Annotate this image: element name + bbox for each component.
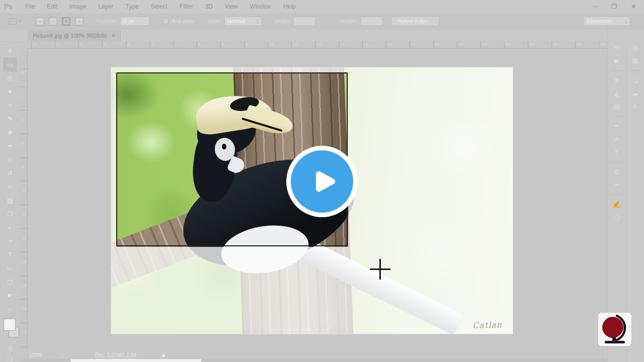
paragraph-panel-icon[interactable]: ¶ (615, 149, 619, 156)
eraser-tool-icon[interactable]: ▱ (4, 180, 17, 194)
link-dimensions-icon[interactable]: ⇄ (323, 18, 327, 25)
video-play-button[interactable] (286, 146, 358, 217)
feather-input[interactable]: 0 px (120, 17, 149, 26)
status-expand-icon[interactable]: ▶ (163, 353, 166, 358)
3d-panel-icon[interactable]: ⬡ (614, 214, 619, 221)
history-panel-icon[interactable]: ⟲ (614, 44, 620, 51)
vertical-ruler-label: 20 (22, 307, 26, 311)
magic-wand-tool-icon[interactable]: ✴ (4, 85, 17, 99)
photoshop-window: Ps FileEditImageLayerTypeSelectFilter3DV… (0, 0, 644, 362)
options-bar: ▾ Feather: 0 px Anti-alias Style: Normal… (0, 13, 644, 30)
scrollbar-thumb[interactable] (70, 359, 201, 362)
horizontal-ruler[interactable]: 1086420246810121416182022242628303234363… (27, 41, 608, 49)
crop-tool-icon[interactable]: ⌗ (4, 99, 17, 112)
zoom-tool-icon[interactable]: ⌕ (4, 302, 17, 316)
panel-divider (629, 70, 641, 71)
blur-tool-icon[interactable]: ❍ (4, 207, 17, 221)
styles-panel-icon[interactable]: ▤ (614, 103, 620, 110)
restore-icon[interactable]: ❐ (611, 3, 617, 10)
vertical-ruler[interactable]: 0246810121416182022 (20, 48, 28, 350)
masks-panel-icon[interactable]: ◭ (614, 90, 619, 97)
zoom-level-field[interactable]: 100% (29, 352, 42, 358)
menu-item-file[interactable]: File (19, 3, 41, 10)
anti-alias-checkbox[interactable] (163, 18, 169, 24)
gradient-tool-icon[interactable]: ▨ (4, 194, 17, 207)
mini-bridge-panel-icon[interactable]: ◍ (632, 44, 638, 51)
menu-item-3d[interactable]: 3D (199, 3, 218, 10)
channel-logo (598, 313, 631, 346)
clone-source-panel-icon[interactable]: ⧉ (614, 168, 619, 175)
character-panel-icon[interactable]: A (615, 136, 619, 143)
path-selection-tool-icon[interactable]: ▻ (4, 261, 17, 275)
screen-mode-button[interactable]: ❏ (4, 354, 17, 362)
horizontal-ruler-label: 2 (175, 42, 177, 47)
menu-item-view[interactable]: View (219, 3, 244, 10)
type-tool-icon[interactable]: T (4, 248, 17, 261)
horizontal-ruler-label: 24 (435, 42, 439, 47)
clone-stamp-tool-icon[interactable]: ⊙ (4, 153, 17, 166)
menu-item-help[interactable]: Help (277, 3, 302, 10)
menu-item-window[interactable]: Window (244, 3, 278, 10)
rectangular-marquee-tool-icon[interactable]: ▭ (4, 58, 17, 71)
intersect-selection-icon[interactable] (75, 17, 84, 26)
eyedropper-tool-icon[interactable]: ✎ (4, 112, 17, 126)
lasso-tool-icon[interactable]: ✇ (4, 71, 17, 85)
refine-edge-button[interactable]: Refine Edge... (391, 16, 439, 26)
measurement-panel-icon[interactable]: ✂ (614, 182, 620, 189)
selection-mode-group (36, 17, 84, 26)
deselected-overlay (111, 247, 513, 334)
style-select[interactable]: Normal ▴▾ (224, 17, 262, 26)
menu-item-type[interactable]: Type (119, 3, 144, 10)
select-arrows-icon: ▴▾ (625, 18, 627, 25)
dodge-tool-icon[interactable]: ◐ (4, 221, 17, 234)
menu-item-image[interactable]: Image (63, 3, 92, 10)
current-tool-preset[interactable]: ▾ (9, 18, 21, 25)
workspace-select[interactable]: Essentials ▴▾ (584, 17, 630, 26)
notes-panel-icon[interactable]: ✍ (613, 201, 621, 208)
close-icon[interactable]: ✕ (631, 3, 636, 10)
subtract-from-selection-icon[interactable] (62, 17, 70, 26)
quick-mask-button[interactable]: ◎ (4, 342, 17, 354)
panel-divider (611, 195, 623, 195)
globe-icon (598, 313, 631, 346)
feather-label: Feather: (97, 18, 117, 24)
page-icon: ▯ (61, 352, 64, 358)
history-brush-tool-icon[interactable]: ↺ (4, 166, 17, 180)
brush-tool-icon[interactable]: ✒ (4, 139, 17, 153)
pen-tool-icon[interactable]: ✑ (4, 234, 17, 248)
foreground-color-swatch[interactable] (4, 319, 16, 331)
layers-panel-icon[interactable]: ❏ (632, 77, 638, 84)
new-selection-icon[interactable] (36, 17, 44, 26)
brush-presets-panel-icon[interactable]: ✒ (614, 123, 620, 130)
photo-watermark: Catlan (472, 320, 503, 330)
actions-panel-icon[interactable]: ▶ (614, 57, 619, 64)
height-input[interactable] (361, 17, 383, 26)
width-input[interactable] (293, 17, 315, 26)
horizontal-ruler-label: 10 (33, 42, 37, 47)
histogram-panel-icon[interactable]: ▦ (632, 57, 638, 64)
vertical-ruler-label: 6 (22, 141, 24, 146)
horizontal-ruler-label: 18 (364, 42, 368, 47)
play-icon (291, 150, 353, 213)
minimize-icon[interactable]: – (594, 3, 597, 10)
menu-item-filter[interactable]: Filter (174, 3, 199, 10)
tab-close-icon[interactable]: × (112, 32, 115, 39)
paths-panel-icon[interactable]: ⋔ (632, 103, 638, 110)
shape-tool-icon[interactable]: ▢ (4, 275, 17, 289)
menu-item-edit[interactable]: Edit (41, 3, 63, 10)
horizontal-ruler-label: 20 (387, 42, 392, 47)
move-tool-icon[interactable]: ✛ (4, 44, 17, 58)
ruler-corner (20, 41, 28, 49)
healing-brush-tool-icon[interactable]: ✚ (4, 126, 17, 139)
menu-item-layer[interactable]: Layer (92, 3, 119, 10)
channels-panel-icon[interactable]: ☁ (632, 90, 638, 97)
document-tab[interactable]: Picture8.jpg @ 100% (RGB/8) × (28, 30, 121, 41)
adjustments-panel-icon[interactable]: ≣ (614, 77, 620, 84)
chevron-down-icon: ▾ (19, 19, 21, 24)
add-to-selection-icon[interactable] (49, 17, 57, 26)
horizontal-scrollbar[interactable] (20, 359, 608, 362)
menu-item-select[interactable]: Select (144, 3, 173, 10)
horizontal-ruler-label: 34 (553, 42, 557, 47)
hand-tool-icon[interactable]: ☛ (4, 289, 17, 302)
horizontal-ruler-label: 36 (577, 42, 581, 47)
